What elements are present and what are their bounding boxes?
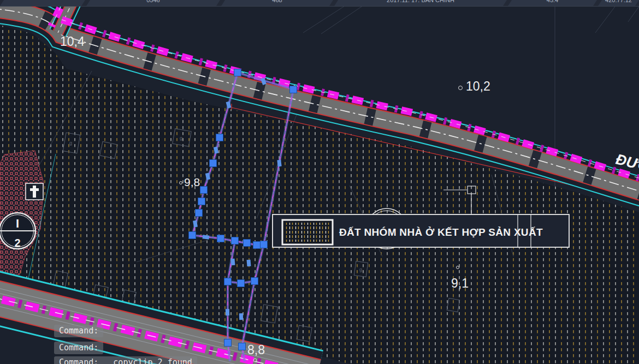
command-line-history[interactable]: Command: [54, 325, 103, 337]
elevation-label: 9,1 [451, 276, 469, 290]
road-section-marker: I 2 [0, 213, 36, 249]
svg-text:g: g [359, 267, 362, 272]
drawing-tab-label: 0546 [86, 0, 220, 3]
drawing-tab[interactable]: 45.4 [508, 0, 597, 6]
drawing-tab[interactable]: 2017.11. 17. BẢN CHÍNH [334, 0, 507, 6]
command-line-input[interactable]: Command: _copyclip 2 found [54, 356, 197, 364]
section-marker-denominator: 2 [14, 237, 20, 249]
drawing-tabs-bar: 0546 468 2017.11. 17. BẢN CHÍNH 45.4 420… [0, 0, 639, 6]
drawing-tab[interactable]: 420.77.12 [598, 0, 639, 6]
command-line-history[interactable]: Command: [54, 342, 103, 354]
church-symbol [26, 183, 43, 200]
drawing-tab-label: 468 [221, 0, 333, 3]
elevation-label: 9,8 [184, 176, 200, 188]
elevation-label: 10,2 [466, 79, 490, 93]
legend-label: ĐẤT NHÓM NHÀ Ở KẾT HỢP SẢN XUẤT [339, 226, 543, 238]
svg-text:g: g [69, 140, 72, 146]
section-marker-numerator: I [16, 217, 19, 230]
drawing-tab[interactable] [0, 0, 85, 6]
drawing-tab-label: 2017.11. 17. BẢN CHÍNH [334, 0, 507, 3]
drawing-tab-label: 420.77.12 [598, 0, 639, 3]
tabs-bar-divider [0, 6, 639, 7]
cad-drawing-canvas[interactable]: g g g [0, 0, 639, 364]
svg-text:g: g [180, 135, 182, 141]
drawing-tab[interactable]: 0546 [86, 0, 220, 6]
elevation-label: 10,4 [60, 34, 85, 49]
elevation-label: 8,8 [247, 343, 265, 357]
landuse-legend-box: ĐẤT NHÓM NHÀ Ở KẾT HỢP SẢN XUẤT [273, 214, 569, 247]
drawing-tab-label: 45.4 [508, 0, 597, 3]
drawing-tab[interactable]: 468 [221, 0, 333, 6]
